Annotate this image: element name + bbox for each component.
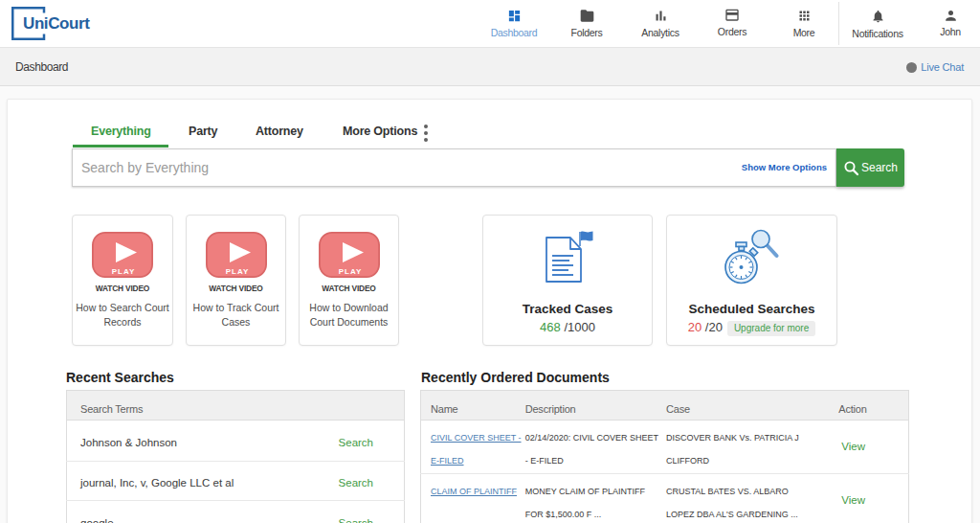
svg-text:PLAY: PLAY	[112, 267, 136, 276]
svg-text:PLAY: PLAY	[225, 267, 249, 276]
svg-text:PLAY: PLAY	[338, 267, 362, 276]
